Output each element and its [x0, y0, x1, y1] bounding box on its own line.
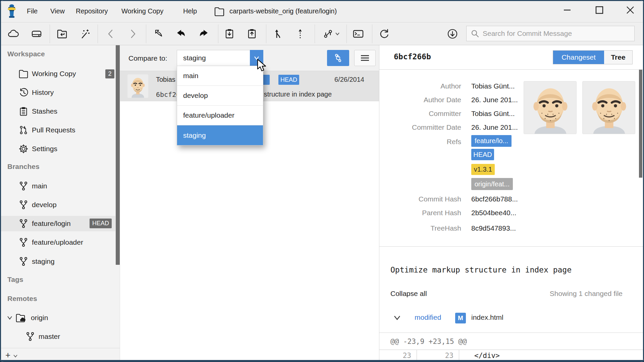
- sidebar-item-label: Working Copy: [32, 70, 76, 78]
- parent-hash-value: 2b504bee40...: [471, 209, 516, 217]
- redo-arrow-icon: [198, 28, 210, 40]
- sidebar-branch-staging[interactable]: staging: [0, 254, 115, 269]
- fetch-indicator-button[interactable]: [445, 26, 460, 42]
- sidebar-remote-branch-master[interactable]: master: [0, 329, 115, 344]
- sidebar-item-settings[interactable]: Settings: [0, 141, 115, 157]
- open-repo-button[interactable]: [54, 26, 70, 42]
- sidebar-branch-develop[interactable]: develop: [0, 197, 115, 213]
- sidebar: Workspace Working Copy 2 History Stashes…: [0, 45, 120, 362]
- diff-old-line-number: 23: [379, 350, 417, 361]
- compare-select-value: staging: [183, 54, 206, 62]
- history-icon: [18, 87, 29, 98]
- arrow-branch-out-icon: [153, 28, 165, 40]
- close-button[interactable]: [619, 0, 642, 20]
- diff-line-row[interactable]: 23 23 </div>: [379, 350, 644, 361]
- tab-changeset[interactable]: Changeset: [553, 51, 604, 64]
- changed-file-row[interactable]: modified M index.html: [379, 304, 644, 333]
- maximize-icon: [595, 6, 603, 14]
- working-copy-count-badge: 2: [105, 69, 114, 78]
- remote-folder-icon: [15, 313, 25, 323]
- stash-button[interactable]: [222, 26, 237, 42]
- collapse-chevron-icon[interactable]: [393, 315, 401, 320]
- compare-branch-dropdown: main develop feature/uploader staging: [177, 66, 263, 145]
- sidebar-item-label: Settings: [32, 145, 57, 153]
- committer-date-value: 26. June 201...: [471, 123, 518, 131]
- commit-detail-panel: 6bcf266b Changeset Tree Author Tobias Gü…: [379, 45, 644, 362]
- stash-clipboard-icon: [18, 106, 29, 116]
- dropdown-option-main[interactable]: main: [177, 66, 263, 86]
- branch-actions-button[interactable]: [319, 26, 343, 42]
- detail-view-switch: Changeset Tree: [553, 50, 633, 64]
- sidebar-item-history[interactable]: History: [0, 85, 115, 100]
- compare-branch-select[interactable]: staging: [177, 50, 263, 66]
- diff-code-text: </div>: [459, 350, 644, 361]
- menu-view[interactable]: View: [49, 0, 66, 22]
- search-icon: [471, 29, 479, 38]
- sidebar-item-label: feature/uploader: [32, 238, 83, 246]
- history-forward-button[interactable]: [125, 26, 141, 42]
- dropdown-option-staging[interactable]: staging: [177, 125, 263, 145]
- clipboard-down-icon: [223, 28, 235, 40]
- stash-pop-button[interactable]: [244, 26, 260, 42]
- checkout-button[interactable]: [151, 26, 167, 42]
- maximize-button[interactable]: [588, 0, 611, 20]
- hard-drive-icon: [31, 28, 43, 40]
- tab-tree[interactable]: Tree: [604, 51, 632, 64]
- history-back-button[interactable]: [103, 26, 118, 42]
- toolbar-separator: [372, 24, 372, 43]
- minimize-button[interactable]: [555, 0, 579, 20]
- sidebar-item-label: Stashes: [32, 107, 57, 115]
- toolbar: [0, 22, 644, 45]
- tree-hash-value: 8c9d547893...: [471, 224, 516, 232]
- cloud-button[interactable]: [5, 26, 21, 42]
- sidebar-branch-feature-uploader[interactable]: feature/uploader: [0, 235, 115, 250]
- toolbar-separator: [346, 24, 347, 43]
- sidebar-branch-feature-login[interactable]: feature/login HEAD: [0, 216, 115, 231]
- sidebar-item-label: develop: [32, 201, 57, 209]
- chevron-down-small-icon[interactable]: [13, 354, 18, 358]
- detail-scrollbar[interactable]: [639, 70, 642, 178]
- sidebar-item-stashes[interactable]: Stashes: [0, 104, 115, 119]
- quick-actions-button[interactable]: [77, 26, 93, 42]
- sidebar-scrollbar[interactable]: [116, 45, 120, 265]
- merge-arrow-icon: [272, 28, 284, 40]
- file-status-badge: M: [455, 313, 466, 323]
- dropdown-option-feature-uploader[interactable]: feature/uploader: [177, 106, 263, 125]
- window-border-top: [0, 0, 644, 1]
- merge-button[interactable]: [270, 26, 286, 42]
- branch-icon: [25, 331, 35, 342]
- menu-working-copy[interactable]: Working Copy: [120, 0, 165, 22]
- toolbar-separator: [218, 24, 218, 43]
- redo-button[interactable]: [196, 26, 211, 42]
- compare-icon: [332, 52, 344, 64]
- chevron-right-icon: [127, 28, 139, 40]
- toolbar-separator: [315, 24, 315, 43]
- undo-button[interactable]: [173, 26, 189, 42]
- list-options-button[interactable]: [354, 50, 376, 66]
- local-repo-button[interactable]: [29, 26, 44, 42]
- menu-file[interactable]: File: [25, 0, 39, 22]
- sidebar-item-working-copy[interactable]: Working Copy 2: [0, 66, 115, 81]
- file-name: index.html: [471, 313, 503, 321]
- gear-icon: [18, 144, 29, 154]
- collapse-all-link[interactable]: Collapse all: [390, 290, 427, 298]
- sidebar-remote-origin[interactable]: origin: [0, 310, 115, 325]
- menu-repository[interactable]: Repository: [74, 0, 109, 22]
- cherry-pick-button[interactable]: [292, 26, 308, 42]
- terminal-button[interactable]: [351, 26, 366, 42]
- menu-help-label: Help: [183, 7, 197, 15]
- sidebar-item-pull-requests[interactable]: Pull Requests: [0, 122, 115, 138]
- compare-to-label-text: Compare to:: [128, 54, 167, 62]
- detail-hash-title: 6bcf266b: [394, 52, 431, 61]
- dropdown-option-develop[interactable]: develop: [177, 86, 263, 106]
- window-border-left: [0, 0, 1, 362]
- add-repo-button[interactable]: +: [5, 350, 10, 360]
- toolbar-separator: [266, 24, 266, 43]
- compare-branches-button[interactable]: [327, 50, 349, 66]
- sidebar-branch-main[interactable]: main: [0, 178, 115, 194]
- refresh-button[interactable]: [377, 26, 392, 42]
- menu-view-label: View: [50, 7, 65, 15]
- menu-help[interactable]: Help: [182, 0, 198, 22]
- chevron-down-icon[interactable]: [7, 315, 13, 320]
- search-input[interactable]: [483, 29, 630, 38]
